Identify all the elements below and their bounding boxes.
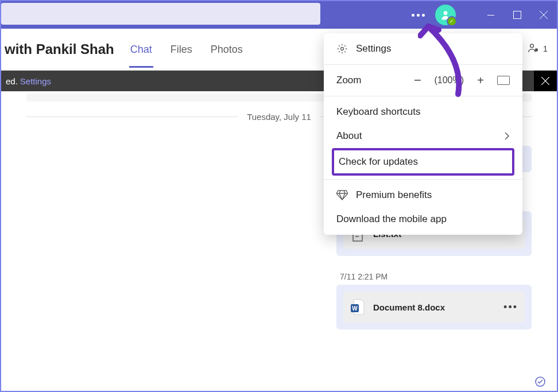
- menu-item-about[interactable]: About: [324, 124, 522, 148]
- chat-title: with Pankil Shah: [1, 41, 114, 57]
- menu-label: Premium benefits: [356, 189, 432, 201]
- avatar[interactable]: ✓: [435, 5, 456, 25]
- menu-item-keyboard-shortcuts[interactable]: Keyboard shortcuts: [324, 100, 522, 124]
- file-more-button[interactable]: •••: [503, 301, 518, 313]
- svg-point-0: [444, 11, 448, 15]
- gear-icon: [336, 43, 348, 55]
- zoom-label: Zoom: [336, 75, 361, 86]
- tab-chat[interactable]: Chat: [129, 44, 153, 56]
- presence-badge: ✓: [447, 16, 457, 26]
- zoom-in-button[interactable]: +: [475, 74, 486, 87]
- menu-item-zoom: Zoom − (100%) +: [324, 68, 522, 92]
- banner-text: ed.: [6, 76, 18, 86]
- menu-item-download-mobile-app[interactable]: Download the mobile app: [324, 207, 522, 231]
- menu-label: Check for updates: [339, 156, 418, 168]
- message-bubble: W Document 8.docx •••: [336, 285, 532, 329]
- diamond-icon: [336, 189, 348, 201]
- svg-point-15: [341, 48, 344, 51]
- menu-label: Keyboard shortcuts: [336, 106, 420, 118]
- file-name: Document 8.docx: [373, 302, 495, 312]
- svg-text:W: W: [352, 305, 358, 312]
- tab-photos[interactable]: Photos: [210, 44, 244, 56]
- menu-label: About: [336, 130, 362, 142]
- docx-file-icon: W: [350, 298, 365, 316]
- banner-settings-link[interactable]: Settings: [20, 76, 51, 86]
- fullscreen-icon[interactable]: [497, 76, 510, 85]
- zoom-out-button[interactable]: −: [412, 73, 423, 88]
- message-time: 7/11 2:21 PM: [340, 272, 532, 281]
- more-options-button[interactable]: [410, 8, 426, 22]
- message: 7/11 2:21 PM W Document 8.docx •••: [336, 272, 532, 329]
- more-options-menu: Settings Zoom − (100%) + Keyboard shortc…: [324, 33, 522, 235]
- window-close-button[interactable]: [530, 1, 557, 29]
- participants-button[interactable]: 1: [527, 42, 548, 54]
- menu-item-premium-benefits[interactable]: Premium benefits: [324, 183, 522, 207]
- menu-item-settings[interactable]: Settings: [324, 37, 522, 61]
- chevron-right-icon: [504, 131, 510, 141]
- banner-close-button[interactable]: [534, 71, 557, 91]
- search-box[interactable]: [1, 3, 320, 25]
- participants-count: 1: [543, 44, 548, 53]
- menu-label: Download the mobile app: [336, 214, 447, 225]
- menu-label: Settings: [356, 43, 391, 55]
- window-maximize-button[interactable]: [504, 1, 530, 29]
- titlebar: ✓: [1, 1, 557, 29]
- menu-item-check-for-updates[interactable]: Check for updates: [332, 148, 514, 176]
- svg-point-3: [530, 44, 533, 48]
- zoom-value: (100%): [434, 75, 464, 86]
- sent-indicator-icon: [535, 377, 545, 387]
- tab-files[interactable]: Files: [169, 44, 193, 56]
- file-attachment[interactable]: W Document 8.docx •••: [343, 292, 525, 323]
- window-minimize-button[interactable]: [478, 1, 504, 29]
